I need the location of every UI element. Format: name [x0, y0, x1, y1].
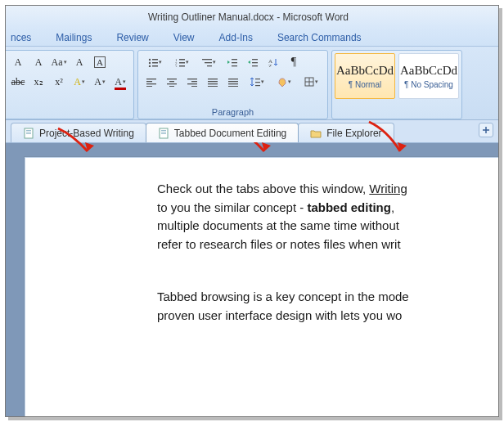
add-tab-button[interactable] — [479, 123, 493, 137]
ribbon-tab-add-ins[interactable]: Add-Ins — [214, 29, 258, 46]
font-group: AAAa▾AA abcx₂x²A▾A▾A▾ — [5, 50, 134, 119]
doc-tab-label: File Explorer — [326, 128, 381, 139]
line-spacing-button[interactable]: ▾ — [245, 73, 269, 91]
sort-icon: AZ — [268, 57, 278, 67]
svg-rect-7 — [179, 59, 185, 61]
increase-indent-button[interactable] — [244, 53, 262, 71]
grow-font-icon: A — [15, 56, 22, 69]
align-right-icon — [187, 77, 197, 87]
paragraph-group: ▾123▾▾AZ¶ ▾▾▾ Paragraph — [137, 50, 328, 119]
svg-text:Z: Z — [268, 63, 272, 67]
svg-rect-28 — [169, 81, 174, 82]
ribbon-tab-view[interactable]: View — [169, 29, 200, 46]
clear-format-button[interactable]: A — [70, 53, 88, 71]
shrink-font-button[interactable]: A — [29, 53, 47, 71]
styles-group: AaBbCcDd¶ NormalAaBbCcDd¶ No Spacing — [331, 50, 462, 119]
justify-button[interactable] — [204, 73, 222, 91]
font-color-icon: A — [115, 76, 122, 88]
align-left-icon — [146, 77, 156, 87]
paragraph-2: Tabbed browsing is a key concept in the … — [157, 288, 499, 325]
numbering-button[interactable]: 123▾ — [169, 53, 194, 71]
folder-icon — [310, 128, 322, 139]
svg-rect-11 — [179, 65, 185, 67]
shading-button[interactable]: ▾ — [272, 73, 296, 91]
style--no-spacing[interactable]: AaBbCcDd¶ No Spacing — [398, 53, 459, 99]
paragraph-group-label: Paragraph — [142, 106, 323, 117]
ribbon-tab-mailings[interactable]: Mailings — [51, 29, 97, 46]
subscript-icon: x₂ — [34, 76, 43, 88]
svg-rect-1 — [152, 59, 158, 61]
font-color-button[interactable]: A▾ — [111, 73, 129, 91]
align-right-button[interactable] — [183, 73, 201, 91]
svg-rect-44 — [255, 82, 260, 83]
svg-point-4 — [148, 65, 150, 67]
svg-rect-12 — [202, 59, 212, 60]
borders-button[interactable]: ▾ — [299, 73, 323, 91]
doc-tab-tabbed-document-editing[interactable]: Tabbed Document Editing — [146, 123, 299, 142]
text-effects-button[interactable]: A▾ — [70, 73, 88, 91]
strikethrough-button[interactable]: abc — [9, 73, 27, 91]
plus-icon — [482, 126, 490, 134]
svg-rect-43 — [255, 79, 260, 79]
bullets-button[interactable]: ▾ — [142, 53, 167, 71]
svg-rect-18 — [252, 59, 258, 60]
svg-rect-54 — [161, 130, 166, 131]
document-area: Check out the tabs above this window, Wr… — [6, 143, 498, 416]
svg-rect-40 — [228, 81, 238, 82]
svg-point-0 — [148, 59, 150, 61]
clear-format-icon: A — [76, 56, 83, 69]
bullets-icon — [148, 57, 158, 67]
subscript-button[interactable]: x₂ — [29, 73, 47, 91]
distributed-icon — [228, 77, 238, 87]
svg-rect-26 — [146, 86, 152, 87]
svg-rect-17 — [232, 65, 237, 66]
title-bar: Writing Outliner Manual.docx - Microsoft… — [6, 6, 498, 29]
ribbon-tab-nces[interactable]: nces — [6, 29, 36, 46]
svg-rect-31 — [187, 79, 197, 79]
highlight-icon: A — [94, 76, 101, 88]
window-title: Writing Outliner Manual.docx - Microsoft… — [148, 11, 349, 23]
svg-rect-34 — [191, 86, 197, 87]
style-sample: AaBbCcDd — [400, 64, 457, 78]
svg-rect-32 — [191, 81, 197, 82]
char-border-icon: A — [94, 56, 106, 68]
doc-tab-project-based-writing[interactable]: Project-Based Writing — [11, 123, 146, 142]
ribbon-tab-row: ncesMailingsReviewViewAdd-InsSearch Comm… — [6, 29, 498, 47]
sort-button[interactable]: AZ — [264, 53, 282, 71]
svg-rect-16 — [232, 62, 237, 63]
svg-rect-36 — [208, 81, 218, 82]
numbering-icon: 123 — [175, 57, 185, 67]
svg-rect-29 — [167, 83, 177, 84]
svg-rect-27 — [167, 79, 177, 79]
document-page[interactable]: Check out the tabs above this window, Wr… — [24, 156, 499, 417]
align-left-button[interactable] — [142, 73, 160, 91]
ribbon-tab-review[interactable]: Review — [111, 29, 153, 46]
align-center-button[interactable] — [163, 73, 181, 91]
char-border-button[interactable]: A — [91, 53, 109, 71]
superscript-button[interactable]: x² — [50, 73, 68, 91]
document-tab-strip: Project-Based WritingTabbed Document Edi… — [6, 120, 498, 143]
style-name: ¶ Normal — [349, 80, 381, 89]
svg-rect-41 — [228, 83, 238, 84]
svg-rect-39 — [228, 79, 238, 79]
borders-icon — [304, 77, 314, 87]
svg-rect-25 — [146, 83, 156, 84]
app-window: Writing Outliner Manual.docx - Microsoft… — [5, 5, 499, 417]
doc-tab-label: Tabbed Document Editing — [174, 128, 286, 139]
svg-rect-35 — [208, 79, 218, 79]
svg-point-2 — [148, 62, 150, 64]
svg-rect-24 — [146, 81, 152, 82]
style--normal[interactable]: AaBbCcDd¶ Normal — [335, 53, 395, 99]
line-spacing-icon — [250, 77, 260, 87]
font-group-label — [9, 106, 129, 117]
superscript-icon: x² — [55, 76, 63, 88]
multilevel-button[interactable]: ▾ — [196, 53, 221, 71]
show-marks-button[interactable]: ¶ — [285, 53, 303, 71]
grow-font-button[interactable]: A — [9, 53, 27, 71]
ribbon-tab-search-commands[interactable]: Search Commands — [272, 29, 367, 46]
distributed-button[interactable] — [224, 73, 242, 91]
highlight-button[interactable]: A▾ — [91, 73, 109, 91]
doc-tab-file-explorer[interactable]: File Explorer — [298, 123, 394, 142]
change-case-button[interactable]: Aa▾ — [50, 53, 68, 71]
decrease-indent-button[interactable] — [223, 53, 241, 71]
